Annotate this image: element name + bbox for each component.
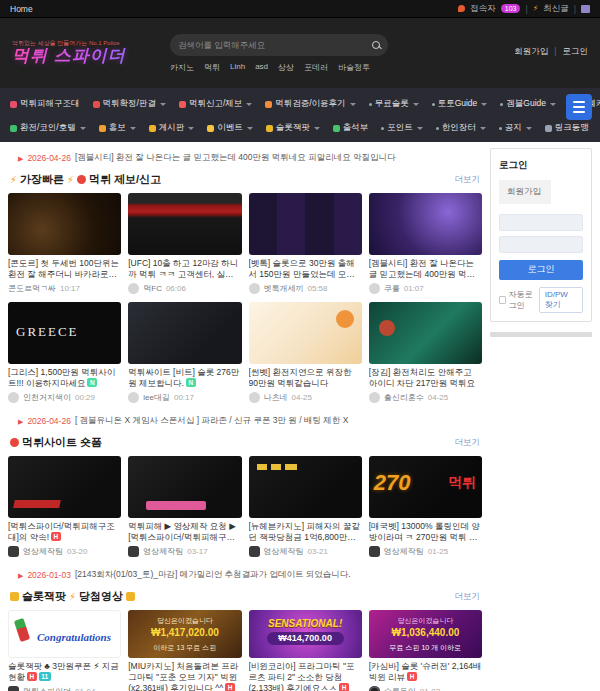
nav-item[interactable]: 먹튀피해구조대	[10, 98, 80, 110]
post-title-text: 슬롯잭팟 ♣ 3만원쿠폰 ⚡ 지금현황	[8, 661, 119, 682]
username[interactable]: 콘도르먹ㄱ싸	[8, 283, 56, 294]
post-thumbnail[interactable]: GREECE	[8, 302, 121, 364]
nav-item[interactable]: 무료슬롯	[369, 98, 419, 110]
post-title[interactable]: [뉴헤븐카지노] 피해자의 꿀같던 잭팟당첨금 1억6,800만원을 슈킹...…	[249, 521, 362, 543]
username[interactable]: 영상제작팀	[384, 546, 424, 557]
quick-link[interactable]: 먹튀	[204, 62, 220, 73]
more-link[interactable]: 더보기	[455, 437, 481, 449]
post-thumbnail[interactable]: SENSATIONAL! ₩414,700.00	[249, 610, 362, 658]
video-thumbnail[interactable]	[128, 456, 241, 518]
nav-item[interactable]: 먹튀검증/이용후기	[265, 98, 355, 110]
nav-item[interactable]: 이벤트	[207, 122, 253, 134]
post-thumbnail[interactable]	[128, 302, 241, 364]
quick-link[interactable]: Linh	[230, 62, 245, 73]
post-title[interactable]: [MIU카지노] 처음돌려본 프라그마틱 "포춘 오브 기자" 빅윈(x2,36…	[128, 661, 241, 691]
post-title[interactable]: [콘도르] 첫 두세번 100단위는 환전 잘 해주더니 바카라로 93...N	[8, 258, 121, 280]
post-title[interactable]: [장김] 환전처리도 안해주고 아이디 차단 217만원 먹튀요	[369, 367, 482, 389]
post-thumbnail[interactable]: 당신은이겼습니다 ₩1,417,020.00 이하로 13 무료 스핀	[128, 610, 241, 658]
visitors-count-badge: 103	[501, 4, 521, 13]
quick-link[interactable]: 카지노	[170, 62, 194, 73]
nav-item[interactable]: 링크동맹	[545, 122, 589, 134]
notice-bar[interactable]: 2026-04-26 [겜블시티] 환전 잘 나온다는 글 믿고했는데 400만…	[8, 148, 482, 168]
more-link[interactable]: 더보기	[455, 174, 481, 186]
post-title[interactable]: 슬롯잭팟 ♣ 3만원쿠폰 ⚡ 지금현황H11	[8, 661, 121, 683]
video-thumbnail[interactable]	[249, 456, 362, 518]
nav-item-label: 무료슬롯	[375, 98, 409, 110]
username[interactable]: 쿠룰	[384, 283, 400, 294]
quick-link[interactable]: asd	[255, 62, 268, 73]
post-title-text: 먹튀싸이트 [비트] 슬롯 276만원 제보합니다.	[128, 367, 239, 388]
post-title[interactable]: 먹튀싸이트 [비트] 슬롯 276만원 제보합니다.N	[128, 367, 241, 389]
post-thumbnail[interactable]: Congratulations	[8, 610, 121, 658]
post-title[interactable]: [UFC] 10출 하고 12마감 하니까 먹튀 ㅋㅋ 고객센터, 실장...N	[128, 258, 241, 280]
post-title[interactable]: [썬벳] 환전지연으로 위장한 90만원 먹튀같습니다	[249, 367, 362, 389]
thumbnail-text: 270	[374, 470, 411, 496]
quick-link[interactable]: 상상	[278, 62, 294, 73]
nav-item[interactable]: 슬롯잭팟	[266, 122, 320, 134]
username[interactable]: 먹튀스파이더	[23, 686, 71, 691]
new-badge: N	[186, 378, 196, 387]
nav-item[interactable]: 출석부	[333, 122, 369, 134]
post-thumbnail[interactable]	[249, 193, 362, 255]
username[interactable]: 인천거지색이	[23, 392, 71, 403]
find-idpw-button[interactable]: ID/PW 찾기	[539, 287, 583, 313]
post-title[interactable]: [매국벳] 13000% 롤링인데 양방이라며 ㅋ 270만원 먹튀 ㅋㅋH	[369, 521, 482, 543]
post-thumbnail[interactable]	[8, 193, 121, 255]
username[interactable]: 나츠네	[264, 392, 288, 403]
post-title[interactable]: 먹튀피해 ▶ 영상제작 요청 ▶ [먹튀스파이더/먹튀피해구조대]H	[128, 521, 241, 543]
home-link[interactable]: Home	[10, 4, 33, 14]
auto-login-checkbox[interactable]	[499, 296, 506, 304]
video-thumbnail[interactable]	[8, 456, 121, 518]
nav-item[interactable]: 겜블Guide	[500, 98, 556, 110]
username[interactable]: 먹FC	[143, 283, 162, 294]
visitors-label[interactable]: 접속자	[470, 3, 496, 15]
nav-item[interactable]: 먹튀신고/제보	[179, 98, 252, 110]
video-thumbnail[interactable]: 270 먹튀	[369, 456, 482, 518]
post-title[interactable]: [그리스] 1,500만원 먹튀사이트!!! 이용하지마세요N	[8, 367, 121, 389]
username[interactable]: lee대길	[143, 392, 170, 403]
post-title[interactable]: [겜블시티] 환전 잘 나온다는 글 믿고했는데 400만원 먹튀네요 ...N	[369, 258, 482, 280]
post-title[interactable]: [카심바] 슬롯 '슈러전' 2,164배 빅윈 리뷰H	[369, 661, 482, 683]
notice-bar[interactable]: 2026-04-26 [ 겜블유니온 X 게임사 스폰서십 ] 파라존 / 신규…	[8, 411, 482, 431]
username[interactable]: 벳톡개세끼	[264, 283, 304, 294]
post-thumbnail[interactable]	[369, 302, 482, 364]
post-thumbnail[interactable]	[369, 193, 482, 255]
menu-icon[interactable]	[581, 5, 590, 13]
nav-item[interactable]: 포인트	[381, 122, 423, 134]
post-title[interactable]: [벳톡] 슬롯으로 30만원 출해서 150만원 만들었는데 모든잔액이...N	[249, 258, 362, 280]
bolt-icon: ⚡	[69, 591, 76, 602]
password-field[interactable]	[499, 236, 583, 253]
username[interactable]: 영상제작팀	[264, 546, 304, 557]
more-link[interactable]: 더보기	[455, 591, 481, 603]
nav-item[interactable]: 한인장터	[436, 122, 486, 134]
nav-item[interactable]: 환전/코인/호텔	[10, 122, 86, 134]
nav-item[interactable]: 홍보	[99, 122, 136, 134]
nav-item[interactable]: 먹튀확정/판결	[93, 98, 166, 110]
login-button[interactable]: 로그인	[499, 260, 583, 280]
nav-item-label: 게시판	[159, 122, 185, 134]
nav-item[interactable]: 공지	[499, 122, 532, 134]
post-thumbnail[interactable]: 당신은이겼습니다 ₩1,036,440.00 무료 스핀 10 개 이하로	[369, 610, 482, 658]
post-title[interactable]: [비윈코리아] 프라그마틱 "포르츠 파티 2" 소소한 당첨(2,133배) …	[249, 661, 362, 691]
signup-link[interactable]: 회원가입	[514, 46, 548, 58]
login-link[interactable]: 로그인	[563, 46, 589, 58]
notice-bar[interactable]: 2026-01-03 [2143회차(01/03_토)_마감] 메가밀리언 추첨…	[8, 565, 482, 585]
id-field[interactable]	[499, 214, 583, 231]
quick-link[interactable]: 포데러	[304, 62, 328, 73]
search-icon[interactable]	[372, 41, 380, 49]
hamburger-menu-button[interactable]	[566, 94, 592, 120]
username[interactable]: 출신리훈수	[384, 392, 424, 403]
nav-item[interactable]: 게시판	[149, 122, 195, 134]
username[interactable]: 영상제작팀	[23, 546, 63, 557]
nav-item[interactable]: 토토Guide	[432, 98, 488, 110]
username[interactable]: 영상제작팀	[143, 546, 183, 557]
site-logo[interactable]: 먹튀없는 세상을 만들어가는 No.1 Police 먹튀 스파이더	[12, 40, 152, 65]
search-input[interactable]	[178, 40, 372, 50]
post-thumbnail[interactable]	[128, 193, 241, 255]
username[interactable]: 슬롯돌이	[384, 686, 416, 691]
latest-posts-link[interactable]: 최신글	[543, 3, 569, 15]
post-thumbnail[interactable]	[249, 302, 362, 364]
post-title[interactable]: [먹튀스파이더/먹튀피해구조대]의 약속!H	[8, 521, 121, 543]
quick-link[interactable]: 바슬정투	[338, 62, 370, 73]
tab-signup[interactable]: 회원가입	[499, 180, 551, 204]
